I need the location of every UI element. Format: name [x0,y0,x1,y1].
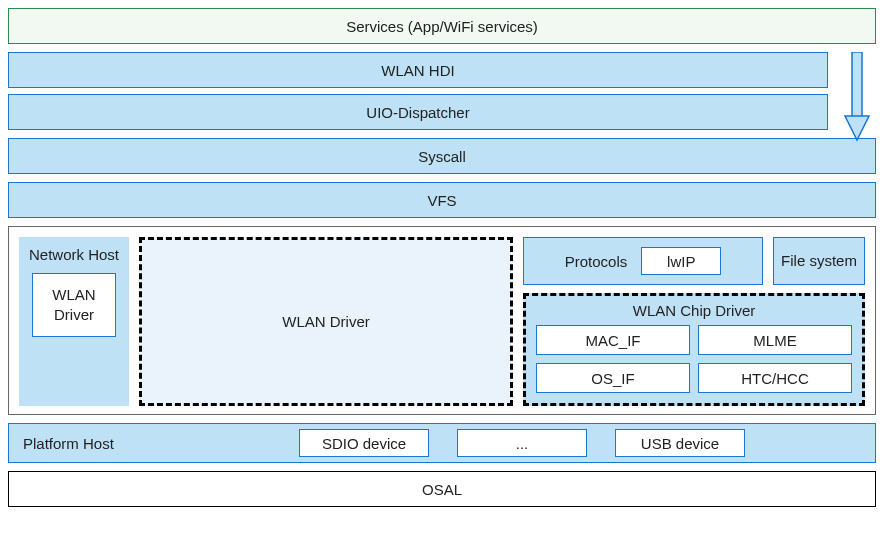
wlan-driver-big-box: WLAN Driver [139,237,513,406]
lwip-box: lwIP [641,247,721,275]
network-host-label: Network Host [29,245,119,265]
mac-if-label: MAC_IF [585,332,640,349]
usb-label: USB device [641,435,719,452]
wlan-driver-big-label: WLAN Driver [282,313,370,330]
wlan-hdi-label: WLAN HDI [381,62,454,79]
chip-grid: MAC_IF MLME OS_IF HTC/HCC [536,325,852,393]
right-column: Protocols lwIP File system WLAN Chip Dri… [523,237,865,406]
dots-label: ... [516,435,529,452]
dots-device-box: ... [457,429,587,457]
device-wrap: SDIO device ... USB device [183,429,861,457]
file-system-label: File system [781,252,857,270]
chip-driver-title: WLAN Chip Driver [633,302,756,319]
middle-container: Network Host WLAN Driver WLAN Driver Pro… [8,226,876,415]
services-label: Services (App/WiFi services) [346,18,538,35]
syscall-layer: Syscall [8,138,876,174]
sdio-label: SDIO device [322,435,406,452]
wlan-driver-small-label: WLAN Driver [33,285,115,324]
top-right-row: Protocols lwIP File system [523,237,865,285]
uio-dispatcher-layer: UIO-Dispatcher [8,94,828,130]
wlan-hdi-layer: WLAN HDI [8,52,828,88]
lwip-label: lwIP [667,253,695,270]
protocols-box: Protocols lwIP [523,237,763,285]
mlme-label: MLME [753,332,796,349]
wlan-chip-driver-box: WLAN Chip Driver MAC_IF MLME OS_IF HTC/H… [523,293,865,406]
arrow-spacer [838,94,876,130]
os-if-box: OS_IF [536,363,690,393]
usb-device-box: USB device [615,429,745,457]
network-host-box: Network Host WLAN Driver [19,237,129,406]
htc-hcc-label: HTC/HCC [741,370,809,387]
mac-if-box: MAC_IF [536,325,690,355]
osal-label: OSAL [422,481,462,498]
file-system-box: File system [773,237,865,285]
syscall-label: Syscall [418,148,466,165]
uio-label: UIO-Dispatcher [366,104,469,121]
sdio-device-box: SDIO device [299,429,429,457]
htc-hcc-box: HTC/HCC [698,363,852,393]
mlme-box: MLME [698,325,852,355]
down-arrow-slot [838,52,876,88]
vfs-layer: VFS [8,182,876,218]
os-if-label: OS_IF [591,370,634,387]
services-layer: Services (App/WiFi services) [8,8,876,44]
platform-host-layer: Platform Host SDIO device ... USB device [8,423,876,463]
protocols-label: Protocols [565,253,628,270]
platform-host-label: Platform Host [23,435,163,452]
wlan-driver-small-box: WLAN Driver [32,273,116,337]
vfs-label: VFS [427,192,456,209]
osal-layer: OSAL [8,471,876,507]
